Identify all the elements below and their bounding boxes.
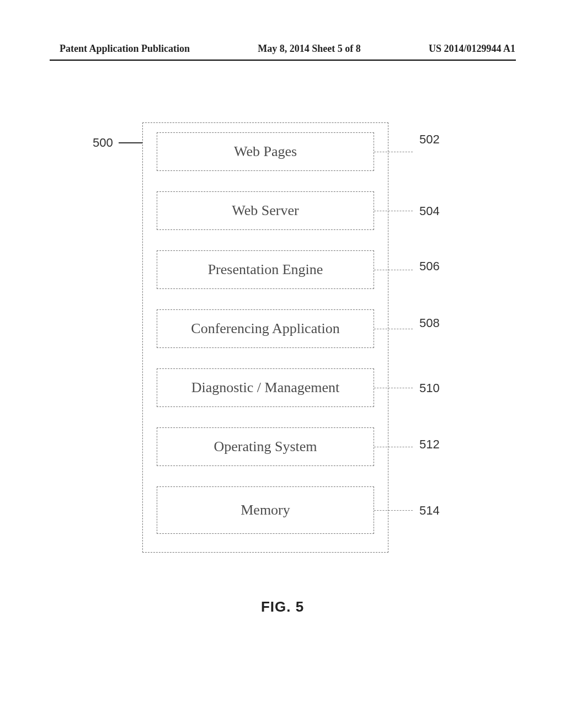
box-diagnostic-management: Diagnostic / Management xyxy=(157,368,374,407)
connector-504 xyxy=(374,211,413,211)
ref-504: 504 xyxy=(419,204,440,218)
box-label: Web Pages xyxy=(234,143,297,160)
box-label: Operating System xyxy=(214,438,317,455)
connector-508 xyxy=(374,329,413,329)
ref-506: 506 xyxy=(419,259,440,274)
box-conferencing-application: Conferencing Application xyxy=(157,309,374,348)
ref-512: 512 xyxy=(419,437,440,452)
box-label: Presentation Engine xyxy=(208,261,323,278)
connector-510 xyxy=(374,388,413,388)
box-web-server: Web Server xyxy=(157,191,374,230)
ref-502: 502 xyxy=(419,132,440,147)
figure-caption: FIG. 5 xyxy=(0,598,565,615)
box-web-pages: Web Pages xyxy=(157,132,374,171)
connector-502 xyxy=(374,152,413,152)
connector-512 xyxy=(374,447,413,447)
box-operating-system: Operating System xyxy=(157,427,374,466)
ref-510: 510 xyxy=(419,381,440,395)
figure-5-diagram: 500 Web Pages Web Server Presentation En… xyxy=(0,0,565,728)
box-presentation-engine: Presentation Engine xyxy=(157,250,374,289)
box-label: Web Server xyxy=(232,202,299,219)
box-label: Conferencing Application xyxy=(191,320,339,337)
connector-514 xyxy=(374,510,413,511)
patent-page: Patent Application Publication May 8, 20… xyxy=(0,0,565,728)
ref-500: 500 xyxy=(93,136,113,150)
box-label: Diagnostic / Management xyxy=(191,379,340,396)
ref-514: 514 xyxy=(419,504,440,518)
box-label: Memory xyxy=(241,502,290,518)
ref-508: 508 xyxy=(419,316,440,330)
connector-500 xyxy=(119,142,142,143)
connector-506 xyxy=(374,270,413,270)
box-memory: Memory xyxy=(157,486,374,534)
